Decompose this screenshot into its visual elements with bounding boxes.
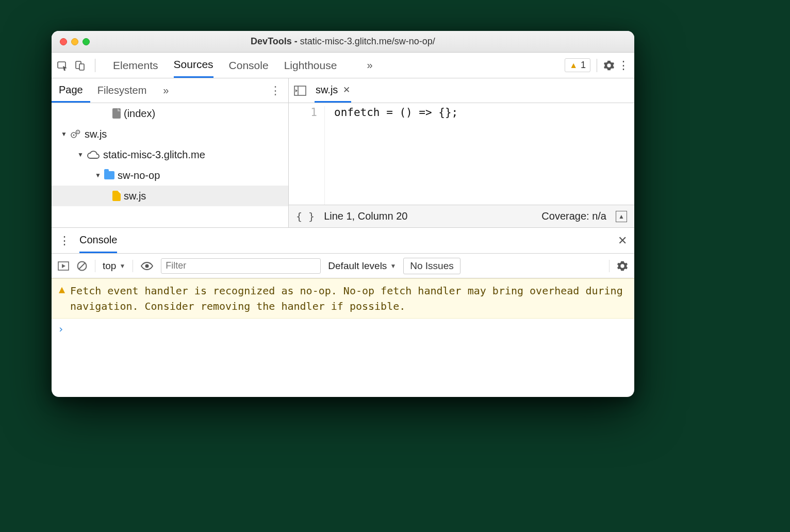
device-toggle-icon[interactable] — [74, 60, 86, 71]
warning-icon: ▲ — [59, 283, 65, 314]
editor-statusbar: { } Line 1, Column 20 Coverage: n/a ▲ — [289, 205, 634, 227]
tree-label: sw.js — [124, 190, 146, 202]
panel-tabs: Elements Sources Console Lighthouse » — [113, 53, 373, 78]
editor-tabbar: sw.js ✕ — [289, 78, 634, 103]
context-selector[interactable]: top ▼ — [103, 260, 125, 272]
coverage-label: Coverage: n/a — [541, 210, 606, 222]
more-subtabs-button[interactable]: » — [163, 85, 169, 96]
execution-context-icon[interactable] — [58, 261, 69, 271]
more-tabs-button[interactable]: » — [367, 59, 372, 71]
minimize-window-button[interactable] — [71, 38, 78, 45]
drawer-tabbar: ⋮ Console ✕ — [52, 228, 634, 254]
console-toolbar: top ▼ Default levels ▼ No Issues — [52, 254, 634, 278]
tree-label: sw.js — [85, 128, 107, 140]
code-text[interactable]: onfetch = () => {}; — [325, 106, 458, 205]
titlebar: DevTools - static-misc-3.glitch.me/sw-no… — [52, 31, 634, 53]
toolbar-divider — [597, 59, 597, 72]
svg-line-11 — [79, 263, 85, 269]
tree-label: sw-no-op — [118, 170, 160, 181]
live-expression-icon[interactable] — [140, 261, 154, 271]
tree-label: static-misc-3.glitch.me — [103, 149, 205, 161]
tab-sources[interactable]: Sources — [174, 53, 213, 78]
tree-item-swjs[interactable]: sw.js — [52, 186, 288, 206]
cursor-position: Line 1, Column 20 — [324, 210, 407, 222]
main-toolbar: Elements Sources Console Lighthouse » ▲ … — [52, 53, 634, 78]
levels-label: Default levels — [328, 260, 387, 272]
subtab-page[interactable]: Page — [52, 78, 90, 103]
inspect-icon[interactable] — [57, 60, 68, 71]
title-path: static-misc-3.glitch.me/sw-no-op/ — [300, 36, 435, 46]
divider — [95, 260, 95, 272]
console-filter-input[interactable] — [161, 258, 321, 274]
svg-point-12 — [145, 264, 149, 268]
console-drawer: ⋮ Console ✕ top ▼ Default levels ▼ — [52, 228, 634, 397]
file-tree[interactable]: (index) ▼ sw.js ▼ static-misc-3.glitch.m… — [52, 103, 289, 227]
toolbar-left — [57, 59, 98, 72]
chevron-down-icon[interactable]: ▼ — [61, 130, 67, 138]
divider — [609, 260, 610, 272]
toolbar-divider — [95, 59, 95, 72]
warning-message: Fetch event handler is recognized as no-… — [70, 283, 627, 314]
tree-item-folder[interactable]: ▼ sw-no-op — [52, 165, 288, 186]
code-area[interactable]: 1 onfetch = () => {}; — [289, 103, 634, 205]
service-worker-icon — [70, 129, 81, 139]
tab-console[interactable]: Console — [229, 53, 269, 78]
console-warning-row[interactable]: ▲ Fetch event handler is recognized as n… — [52, 278, 634, 319]
zoom-window-button[interactable] — [83, 38, 90, 45]
svg-rect-2 — [79, 64, 84, 70]
tree-item-index[interactable]: (index) — [52, 103, 288, 124]
context-label: top — [103, 260, 116, 272]
toggle-navigator-icon[interactable] — [294, 85, 306, 96]
subtab-filesystem[interactable]: Filesystem — [90, 78, 154, 103]
log-levels-dropdown[interactable]: Default levels ▼ — [328, 260, 396, 272]
no-issues-button[interactable]: No Issues — [403, 258, 460, 274]
divider — [133, 260, 133, 272]
sources-main: (index) ▼ sw.js ▼ static-misc-3.glitch.m… — [52, 103, 634, 228]
warning-icon: ▲ — [569, 61, 578, 70]
drawer-close-button[interactable]: ✕ — [618, 234, 627, 247]
line-gutter: 1 — [289, 106, 325, 205]
document-icon — [112, 108, 121, 119]
drawer-menu-button[interactable]: ⋮ — [59, 234, 70, 247]
dropdown-icon: ▼ — [390, 262, 396, 270]
svg-point-6 — [73, 135, 75, 136]
close-tab-icon[interactable]: ✕ — [343, 85, 350, 95]
code-editor: 1 onfetch = () => {}; { } Line 1, Column… — [289, 103, 634, 227]
tree-item-domain[interactable]: ▼ static-misc-3.glitch.me — [52, 144, 288, 165]
console-body: ▲ Fetch event handler is recognized as n… — [52, 278, 634, 397]
dock-toggle-icon[interactable]: ▲ — [616, 211, 627, 222]
drawer-tab-console[interactable]: Console — [79, 228, 117, 253]
tab-lighthouse[interactable]: Lighthouse — [284, 53, 337, 78]
console-prompt[interactable]: › — [52, 319, 634, 339]
issues-badge[interactable]: ▲ 1 — [565, 58, 590, 72]
tree-label: (index) — [124, 108, 155, 120]
subheader-row: Page Filesystem » ⋮ sw.js ✕ — [52, 78, 634, 103]
dropdown-icon: ▼ — [119, 262, 125, 270]
devtools-window: DevTools - static-misc-3.glitch.me/sw-no… — [52, 31, 634, 397]
folder-icon — [104, 171, 114, 179]
subtab-menu-button[interactable]: ⋮ — [270, 84, 281, 97]
window-title: DevTools - static-misc-3.glitch.me/sw-no… — [52, 36, 634, 47]
editor-tab-label: sw.js — [316, 84, 338, 96]
title-prefix: DevTools - — [251, 36, 300, 46]
sources-subtabs: Page Filesystem » ⋮ — [52, 78, 289, 103]
editor-tab-swjs[interactable]: sw.js ✕ — [315, 78, 351, 103]
console-settings-icon[interactable] — [617, 260, 628, 272]
cloud-icon — [87, 150, 100, 159]
line-number: 1 — [289, 106, 317, 119]
svg-point-8 — [77, 131, 78, 132]
close-window-button[interactable] — [60, 38, 67, 45]
tree-item-sw-root[interactable]: ▼ sw.js — [52, 124, 288, 144]
clear-console-icon[interactable] — [76, 260, 88, 272]
tab-elements[interactable]: Elements — [113, 53, 158, 78]
pretty-print-button[interactable]: { } — [296, 210, 315, 223]
chevron-down-icon[interactable]: ▼ — [77, 151, 84, 158]
chevron-down-icon[interactable]: ▼ — [95, 172, 101, 179]
warning-count: 1 — [581, 60, 586, 71]
more-menu-button[interactable]: ⋮ — [618, 59, 629, 72]
settings-gear-icon[interactable] — [603, 60, 615, 71]
traffic-lights — [60, 38, 90, 45]
js-file-icon — [112, 191, 121, 201]
